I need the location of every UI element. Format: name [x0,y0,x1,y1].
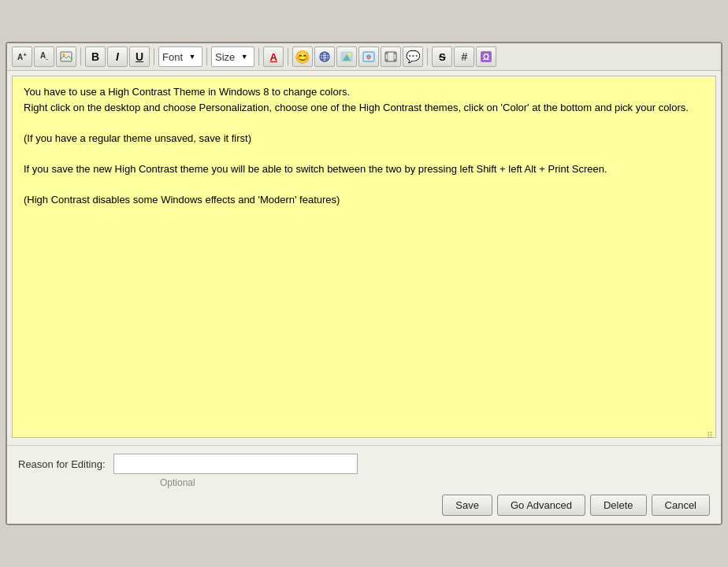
editor-textarea[interactable] [12,76,716,438]
link-button[interactable] [314,46,335,67]
reason-input[interactable] [113,454,358,474]
separator-3 [206,48,207,65]
link-icon [318,50,331,63]
svg-point-9 [348,53,351,56]
font-label: Font [162,51,183,63]
svg-rect-10 [363,52,374,61]
mountain-icon [340,50,353,63]
dialog: A+ A- B I U Font ▼ [6,42,722,525]
special-chars-button[interactable]: Ω [476,46,496,67]
toolbar: A+ A- B I U Font ▼ [7,43,721,71]
svg-rect-17 [394,59,396,61]
reason-label: Reason for Editing: [18,458,106,470]
optional-hint: Optional [160,477,710,488]
map-icon [362,50,375,63]
underline-button[interactable]: U [129,46,150,67]
size-select-wrapper: Size ▼ [211,46,254,67]
svg-rect-0 [61,52,72,61]
separator-2 [154,48,154,65]
svg-rect-15 [385,59,388,61]
insert-image-button[interactable] [56,46,76,67]
separator-4 [258,48,259,65]
font-color-button[interactable]: A [263,46,284,67]
cancel-button[interactable]: Cancel [652,495,710,516]
button-row: Save Go Advanced Delete Cancel [18,495,710,516]
bold-button[interactable]: B [85,46,106,67]
font-select-wrapper: Font ▼ [158,46,202,67]
svg-point-12 [369,57,370,58]
size-label: Size [215,51,235,63]
svg-text:Ω: Ω [483,53,489,61]
table-icon [384,50,397,63]
smiley-button[interactable]: 😊 [292,46,313,67]
separator-6 [427,48,428,65]
reason-row: Reason for Editing: [18,454,710,474]
size-dropdown-button[interactable]: ▼ [238,48,251,65]
italic-button[interactable]: I [107,46,128,67]
image-icon [60,50,72,63]
svg-rect-14 [385,52,388,54]
map-button[interactable] [358,46,379,67]
speech-bubble-button[interactable]: 💬 [403,46,423,67]
delete-button[interactable]: Delete [590,495,647,516]
special-icon: Ω [480,50,492,63]
font-dropdown-button[interactable]: ▼ [186,48,199,65]
go-advanced-button[interactable]: Go Advanced [497,495,585,516]
save-button[interactable]: Save [442,495,492,516]
font-size-increase-button[interactable]: A+ [12,46,32,67]
bottom-section: Reason for Editing: Optional Save Go Adv… [7,445,721,524]
strikethrough-button[interactable]: S [432,46,452,67]
separator-5 [288,48,288,65]
hash-button[interactable]: # [454,46,474,67]
svg-rect-16 [394,52,396,54]
editor-wrapper: ⠿ [12,76,716,440]
resize-handle[interactable]: ⠿ [707,431,715,439]
separator-1 [80,48,81,65]
font-size-decrease-button[interactable]: A- [34,46,54,67]
image2-button[interactable] [336,46,357,67]
table-button[interactable] [381,46,401,67]
